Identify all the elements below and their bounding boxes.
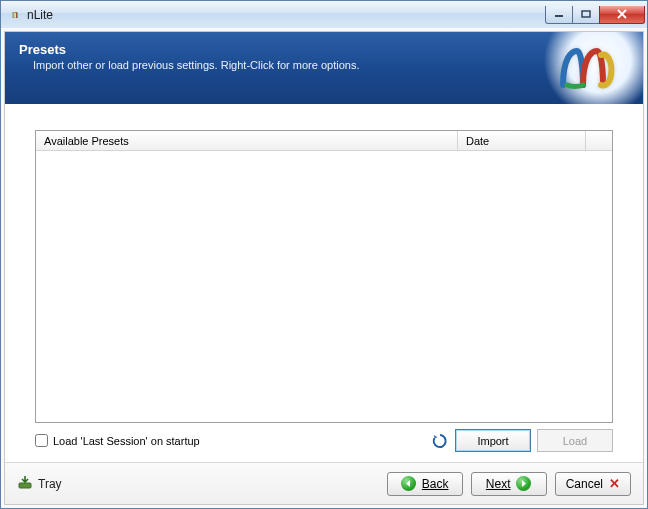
back-arrow-icon	[401, 476, 416, 491]
back-button-label: Back	[422, 477, 449, 491]
minimize-button[interactable]	[545, 6, 573, 24]
tray-label: Tray	[38, 477, 62, 491]
cancel-button-label: Cancel	[566, 477, 603, 491]
content-area: Available Presets Date Load 'Last Sessio…	[5, 104, 643, 462]
maximize-button[interactable]	[572, 6, 600, 24]
next-button[interactable]: Next	[471, 472, 547, 496]
window-title: nLite	[27, 8, 546, 22]
window-frame: Presets Import other or load previous se…	[0, 28, 648, 509]
presets-list[interactable]: Available Presets Date	[35, 130, 613, 423]
cancel-button[interactable]: Cancel ✕	[555, 472, 631, 496]
load-last-session-label: Load 'Last Session' on startup	[53, 435, 200, 447]
load-last-session-input[interactable]	[35, 434, 48, 447]
nlite-n-icon: n	[12, 7, 19, 22]
import-button-label: Import	[477, 435, 508, 447]
header-title: Presets	[19, 42, 359, 57]
list-header: Available Presets Date	[36, 131, 612, 151]
next-arrow-icon	[516, 476, 531, 491]
back-button[interactable]: Back	[387, 472, 463, 496]
cancel-x-icon: ✕	[609, 476, 620, 491]
options-row: Load 'Last Session' on startup Import Lo…	[35, 429, 613, 452]
nlite-logo	[533, 32, 643, 104]
load-last-session-checkbox[interactable]: Load 'Last Session' on startup	[35, 434, 200, 447]
column-header-spacer	[586, 131, 612, 150]
title-bar: n nLite	[0, 0, 648, 28]
app-icon: n	[7, 7, 23, 23]
load-button-label: Load	[563, 435, 587, 447]
window-controls	[546, 6, 645, 24]
svg-rect-1	[582, 11, 590, 17]
header-subtitle: Import other or load previous settings. …	[33, 59, 359, 71]
refresh-icon[interactable]	[431, 432, 449, 450]
window-client: Presets Import other or load previous se…	[4, 31, 644, 505]
list-body[interactable]	[36, 151, 612, 422]
load-button: Load	[537, 429, 613, 452]
wizard-header: Presets Import other or load previous se…	[5, 32, 643, 104]
bottom-bar: Tray Back Next Cancel ✕	[5, 462, 643, 504]
tray-button[interactable]: Tray	[17, 474, 62, 493]
next-button-label: Next	[486, 477, 511, 491]
column-header-date[interactable]: Date	[458, 131, 586, 150]
svg-rect-0	[555, 15, 563, 17]
close-button[interactable]	[599, 6, 645, 24]
import-button[interactable]: Import	[455, 429, 531, 452]
column-header-presets[interactable]: Available Presets	[36, 131, 458, 150]
tray-icon	[17, 474, 33, 493]
svg-rect-2	[19, 483, 31, 488]
